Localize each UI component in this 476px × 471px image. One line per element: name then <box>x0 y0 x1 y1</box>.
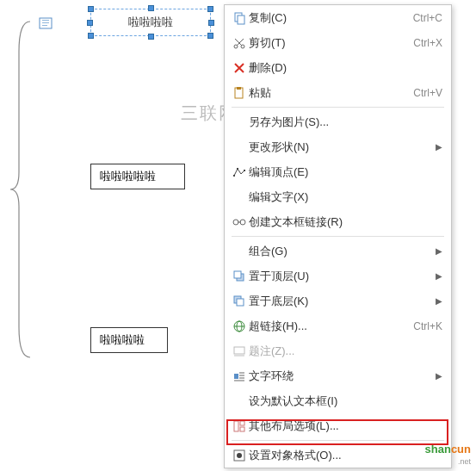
svg-point-34 <box>237 453 242 458</box>
caption-icon <box>230 343 249 360</box>
menu-copy[interactable]: 复制(C) Ctrl+C <box>225 5 451 30</box>
menu-text-wrap[interactable]: 文字环绕 ▶ <box>225 363 451 388</box>
menu-hyperlink[interactable]: 超链接(H)... Ctrl+K <box>225 313 451 338</box>
svg-rect-11 <box>237 168 238 170</box>
resize-handle[interactable] <box>207 33 213 39</box>
bring-front-icon <box>230 268 249 285</box>
menu-cut[interactable]: 剪切(T) Ctrl+X <box>225 30 451 55</box>
format-icon <box>230 447 249 464</box>
delete-icon <box>230 59 249 77</box>
resize-handle[interactable] <box>148 34 154 40</box>
menu-other-layout[interactable]: 其他布局选项(L)... <box>225 413 451 438</box>
svg-rect-12 <box>244 170 245 171</box>
menu-send-to-back[interactable]: 置于底层(K) ▶ <box>225 288 451 313</box>
brace-connector <box>9 17 34 362</box>
textbox-3-text: 啦啦啦啦 <box>100 332 145 348</box>
svg-rect-31 <box>240 421 244 425</box>
menu-format-object[interactable]: 设置对象格式(O)... <box>225 443 451 468</box>
svg-rect-9 <box>237 87 241 90</box>
blank-icon <box>230 243 249 260</box>
scissors-icon <box>230 34 249 52</box>
menu-edit-vertices[interactable]: 编辑顶点(E) <box>225 159 451 184</box>
submenu-arrow-icon: ▶ <box>436 246 442 256</box>
blank-icon <box>230 189 249 206</box>
menu-shortcut: Ctrl+C <box>413 12 442 24</box>
menu-label: 编辑文字(X) <box>249 189 442 205</box>
menu-label: 置于底层(K) <box>249 294 430 309</box>
menu-label: 题注(Z)... <box>249 344 442 359</box>
logo-part1: shan <box>425 443 451 456</box>
menu-label: 设为默认文本框(I) <box>249 394 442 409</box>
copy-icon <box>230 9 249 27</box>
selected-textbox[interactable]: 啦啦啦啦 <box>90 9 211 36</box>
resize-handle[interactable] <box>88 6 94 12</box>
menu-label: 复制(C) <box>249 10 413 26</box>
menu-label: 剪切(T) <box>249 35 413 51</box>
menu-separator <box>232 107 444 108</box>
menu-edit-text[interactable]: 编辑文字(X) <box>225 184 451 209</box>
blank-icon <box>230 393 249 410</box>
resize-handle[interactable] <box>88 33 94 39</box>
menu-label: 删除(D) <box>249 60 442 76</box>
menu-label: 编辑顶点(E) <box>249 164 442 180</box>
logo-part2: cun <box>451 443 471 456</box>
submenu-arrow-icon: ▶ <box>436 371 442 381</box>
menu-group[interactable]: 组合(G) ▶ <box>225 239 451 263</box>
svg-rect-5 <box>238 15 244 24</box>
selected-textbox-text: 啦啦啦啦 <box>128 15 173 30</box>
resize-handle[interactable] <box>87 20 93 26</box>
menu-label: 文字环绕 <box>249 369 430 384</box>
menu-caption: 题注(Z)... <box>225 338 451 363</box>
menu-save-as-picture[interactable]: 另存为图片(S)... <box>225 109 451 134</box>
menu-delete[interactable]: 删除(D) <box>225 55 451 80</box>
context-menu: 复制(C) Ctrl+C 剪切(T) Ctrl+X 删除(D) 粘贴 Ctrl+… <box>224 4 452 468</box>
menu-shortcut: Ctrl+X <box>413 37 442 49</box>
link-icon <box>230 214 249 231</box>
layout-icon <box>230 418 249 435</box>
menu-label: 设置对象格式(O)... <box>249 448 442 463</box>
paste-icon <box>230 84 249 102</box>
menu-label: 另存为图片(S)... <box>249 115 442 130</box>
svg-rect-2 <box>42 22 49 23</box>
submenu-arrow-icon: ▶ <box>436 296 442 306</box>
svg-rect-32 <box>240 427 244 431</box>
menu-bring-to-front[interactable]: 置于顶层(U) ▶ <box>225 263 451 288</box>
svg-rect-1 <box>42 20 49 21</box>
svg-rect-3 <box>42 25 47 26</box>
svg-rect-30 <box>234 421 238 431</box>
resize-handle[interactable] <box>207 6 213 12</box>
menu-label: 更改形状(N) <box>249 139 430 155</box>
resize-handle[interactable] <box>148 5 154 11</box>
textbox-2-text: 啦啦啦啦啦 <box>100 169 156 184</box>
menu-label: 粘贴 <box>249 85 413 101</box>
svg-rect-23 <box>234 347 244 354</box>
menu-separator <box>232 440 444 441</box>
textbox-2[interactable]: 啦啦啦啦啦 <box>90 164 185 189</box>
menu-create-textbox-link[interactable]: 创建文本框链接(R) <box>225 209 451 234</box>
resize-handle[interactable] <box>208 20 214 26</box>
menu-label: 组合(G) <box>249 244 430 259</box>
page-icon <box>39 17 54 31</box>
svg-rect-19 <box>237 299 244 306</box>
document-canvas: 啦啦啦啦 啦啦啦啦啦 啦啦啦啦 三联网 3LIAN.COM 复制(C) Ctrl… <box>0 0 476 471</box>
submenu-arrow-icon: ▶ <box>436 142 442 152</box>
menu-set-default-textbox[interactable]: 设为默认文本框(I) <box>225 388 451 413</box>
textbox-3[interactable]: 啦啦啦啦 <box>90 327 168 353</box>
hyperlink-icon <box>230 318 249 335</box>
svg-rect-17 <box>234 271 241 278</box>
svg-rect-10 <box>233 175 235 177</box>
logo-sub: .net <box>425 457 471 466</box>
menu-separator <box>232 236 444 237</box>
text-wrap-icon <box>230 368 249 385</box>
submenu-arrow-icon: ▶ <box>436 271 442 281</box>
site-logo: shancun .net <box>425 439 471 466</box>
menu-paste[interactable]: 粘贴 Ctrl+V <box>225 80 451 105</box>
blank-icon <box>230 114 249 131</box>
blank-icon <box>230 139 249 156</box>
send-back-icon <box>230 293 249 310</box>
menu-label: 创建文本框链接(R) <box>249 214 442 230</box>
menu-change-shape[interactable]: 更改形状(N) ▶ <box>225 134 451 159</box>
menu-label: 超链接(H)... <box>249 319 413 334</box>
menu-label: 置于顶层(U) <box>249 269 430 284</box>
menu-shortcut: Ctrl+V <box>413 87 442 99</box>
